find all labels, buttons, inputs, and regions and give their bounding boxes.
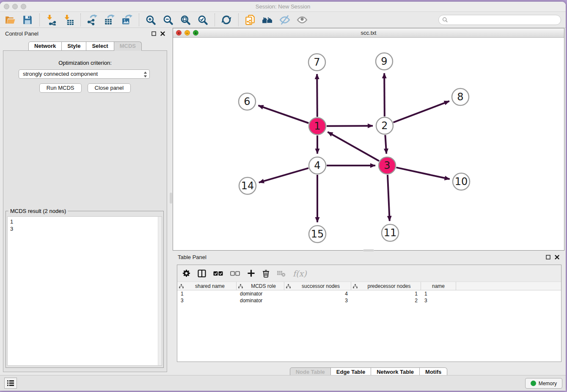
table-settings-button[interactable] (182, 269, 190, 277)
graph-edge-2-8[interactable] (394, 101, 449, 122)
column-header-successor-nodes[interactable]: successor nodes (284, 282, 351, 290)
vertical-splitter-handle[interactable] (170, 193, 172, 204)
delete-table-button[interactable] (277, 270, 286, 277)
float-panel-icon[interactable] (151, 31, 156, 36)
column-header-predecessor-nodes[interactable]: predecessor nodes (351, 282, 421, 290)
graph-edge-2-9[interactable] (384, 73, 385, 116)
tab-style[interactable]: Style (62, 41, 86, 51)
table-cell[interactable]: 1 (351, 290, 421, 297)
network-canvas-svg[interactable]: 7968124314101511 (173, 38, 564, 251)
network-clone-button[interactable] (244, 14, 256, 26)
select-all-columns-button[interactable] (213, 270, 223, 276)
column-header-name[interactable]: name (421, 282, 456, 290)
export-image-icon (121, 14, 132, 25)
result-scrollbar[interactable] (158, 217, 162, 365)
search-icon (442, 17, 448, 23)
graph-node-7[interactable]: 7 (308, 54, 325, 71)
open-session-button[interactable] (4, 14, 16, 26)
zoom-fit-button[interactable] (179, 14, 191, 26)
graph-edge-3-1[interactable] (328, 132, 379, 161)
hide-eye-button[interactable] (279, 14, 291, 26)
column-header-MCDS-role[interactable]: MCDS role (237, 282, 284, 290)
float-panel-icon[interactable] (546, 255, 550, 259)
table-body: 1dominator4113dominator323 (177, 290, 561, 304)
network-canvas[interactable]: 7968124314101511 (173, 38, 564, 250)
zoom-out-button[interactable] (162, 14, 174, 26)
table-cell[interactable]: dominator (237, 297, 284, 304)
minimize-window-button[interactable] (12, 4, 18, 9)
graph-node-4[interactable]: 4 (309, 157, 326, 174)
toolbar-separator (80, 14, 81, 26)
graph-edge-1-2[interactable] (327, 126, 373, 126)
graph-node-15[interactable]: 15 (309, 226, 326, 243)
run-mcds-button[interactable]: Run MCDS (39, 83, 82, 93)
table-cell[interactable]: 2 (351, 297, 421, 304)
close-panel-icon[interactable] (555, 255, 559, 259)
search-box[interactable] (438, 15, 561, 25)
column-header-shared-name[interactable]: shared name (177, 282, 237, 290)
function-builder-button[interactable]: f(x) (293, 269, 307, 278)
graph-node-6[interactable]: 6 (239, 93, 256, 110)
graph-node-1[interactable]: 1 (309, 118, 326, 135)
graph-node-3[interactable]: 3 (379, 157, 396, 174)
table-cell[interactable]: 3 (177, 297, 237, 304)
task-history-button[interactable] (4, 378, 17, 389)
close-panel-button[interactable]: Close panel (88, 83, 131, 93)
graph-node-8[interactable]: 8 (452, 88, 469, 105)
graph-node-label: 6 (244, 96, 250, 108)
show-column-panel-button[interactable] (198, 269, 206, 278)
graph-node-9[interactable]: 9 (376, 53, 393, 70)
graph-edge-4-14[interactable] (259, 168, 308, 182)
tab-select[interactable]: Select (86, 41, 114, 51)
create-column-button[interactable] (247, 269, 255, 277)
memory-button[interactable]: Memory (525, 378, 562, 389)
table-cell[interactable]: 3 (421, 297, 456, 304)
export-network-button[interactable] (86, 14, 98, 26)
graph-node-11[interactable]: 11 (382, 224, 399, 241)
tab-network[interactable]: Network (28, 41, 62, 51)
save-session-button[interactable] (22, 14, 33, 26)
show-eye-button[interactable] (296, 14, 308, 26)
import-network-button[interactable] (45, 14, 57, 26)
apply-layout-button[interactable] (220, 14, 232, 26)
graph-edge-3-10[interactable] (396, 168, 449, 179)
table-cell[interactable]: 1 (177, 290, 237, 297)
table-cell[interactable]: 4 (284, 290, 351, 297)
tab-mcds[interactable]: MCDS (114, 41, 142, 51)
search-input[interactable] (450, 17, 557, 23)
refresh-icon (221, 14, 232, 25)
delete-column-button[interactable] (262, 269, 270, 278)
close-window-button[interactable] (4, 4, 9, 9)
zoom-selected-button[interactable] (197, 14, 209, 26)
criterion-dropdown[interactable]: strongly connected component (19, 69, 150, 79)
export-table-button[interactable] (104, 14, 116, 26)
home-button[interactable] (261, 14, 273, 26)
network-minimize-button[interactable]: − (184, 30, 190, 36)
maximize-window-button[interactable] (21, 4, 26, 9)
import-table-button[interactable] (63, 14, 74, 26)
table-cell[interactable]: 3 (284, 297, 351, 304)
network-maximize-button[interactable]: + (193, 30, 198, 36)
graph-edge-3-11[interactable] (388, 175, 390, 221)
graph-edge-1-7[interactable] (317, 74, 317, 117)
table-row[interactable]: 3dominator323 (177, 297, 561, 304)
graph-edge-2-3[interactable] (385, 135, 386, 154)
zoom-out-icon (162, 14, 173, 25)
close-panel-icon[interactable] (160, 31, 165, 36)
table-cell[interactable]: 1 (421, 290, 456, 297)
table-row[interactable]: 1dominator411 (177, 290, 561, 297)
network-close-button[interactable]: × (176, 30, 182, 36)
table-cell[interactable]: dominator (237, 290, 284, 297)
graph-node-14[interactable]: 14 (239, 177, 256, 194)
export-image-button[interactable] (121, 14, 133, 26)
toolbar-separator (39, 14, 40, 26)
graph-edge-1-6[interactable] (258, 105, 308, 123)
network-view-window: × − + scc.txt 7968124314101511 (173, 28, 564, 251)
zoom-in-button[interactable] (145, 14, 157, 26)
import-table-icon (63, 14, 74, 25)
mcds-result-groupbox: MCDS result (2 nodes) 1 3 (6, 211, 164, 368)
graph-node-10[interactable]: 10 (453, 173, 470, 190)
graph-node-2[interactable]: 2 (376, 117, 393, 134)
network-window-titlebar[interactable]: × − + scc.txt (173, 28, 564, 38)
deselect-all-columns-button[interactable] (230, 270, 240, 276)
